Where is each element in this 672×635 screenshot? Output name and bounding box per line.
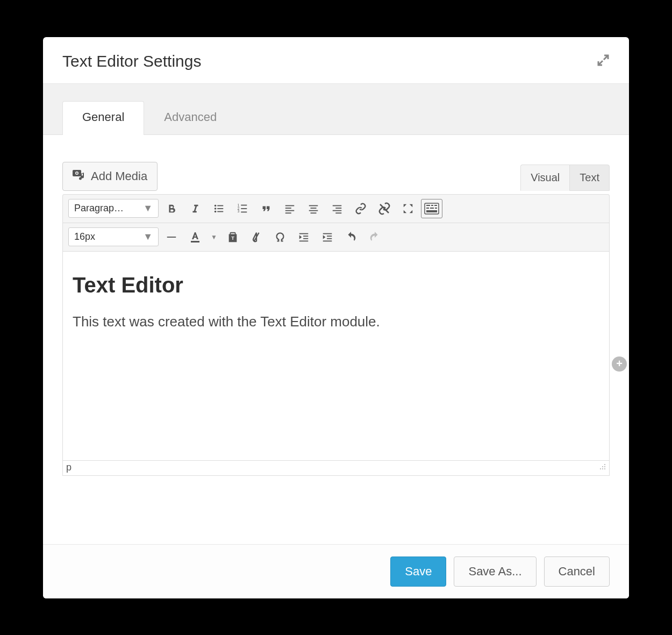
tab-general[interactable]: General [62,101,144,135]
svg-point-50 [602,468,603,469]
add-media-button[interactable]: Add Media [62,162,158,191]
status-bar-path: p [66,462,72,473]
blockquote-button[interactable] [255,199,277,218]
align-left-button[interactable] [279,199,301,218]
clear-format-button[interactable] [246,227,267,247]
resize-grip-icon[interactable] [599,463,606,472]
expand-icon[interactable] [597,54,610,69]
svg-rect-14 [241,211,247,212]
unlink-button[interactable] [374,199,395,218]
svg-rect-36 [191,241,199,242]
editor-status-bar: p [62,461,610,476]
align-center-button[interactable] [303,199,324,218]
svg-rect-8 [217,211,223,212]
special-char-button[interactable] [269,227,291,247]
settings-tabs: General Advanced [43,84,629,135]
editor-toolbar-1: Paragrap… ▼ 123 [62,194,610,223]
svg-rect-12 [241,208,247,209]
svg-point-2 [76,172,78,174]
svg-rect-26 [335,212,341,213]
svg-rect-15 [285,205,295,206]
svg-rect-21 [309,210,318,211]
undo-button[interactable] [340,227,362,247]
svg-rect-43 [327,236,332,237]
svg-text:T: T [231,235,234,240]
editor-mode-tabs: Visual Text [520,165,610,191]
svg-rect-17 [285,210,295,211]
editor-tab-visual[interactable]: Visual [520,165,569,191]
media-row: Add Media Visual Text [62,162,610,191]
text-color-caret[interactable]: ▼ [208,227,220,247]
toolbar-toggle-button[interactable] [421,199,442,218]
horizontal-rule-button[interactable] [161,227,182,247]
svg-rect-45 [323,240,332,241]
svg-rect-4 [217,205,223,206]
svg-rect-31 [426,208,429,209]
svg-rect-41 [299,240,309,241]
svg-rect-38 [299,233,309,234]
svg-rect-29 [431,205,433,206]
align-right-button[interactable] [326,199,348,218]
svg-rect-22 [311,212,317,213]
camera-music-icon [73,169,85,184]
fontsize-dropdown-label: 16px [74,231,95,242]
content-paragraph: This text was created with the Text Edit… [73,313,599,330]
svg-point-48 [604,466,605,467]
tab-advanced[interactable]: Advanced [144,101,237,135]
modal-footer: Save Save As... Cancel [43,544,629,598]
svg-rect-16 [285,208,291,209]
format-dropdown-label: Paragrap… [74,203,124,214]
svg-rect-10 [241,204,247,205]
svg-rect-25 [333,210,342,211]
chevron-down-icon: ▼ [211,233,217,241]
svg-text:3: 3 [238,209,240,213]
svg-rect-35 [167,237,176,238]
svg-rect-18 [285,212,291,213]
settings-modal: Text Editor Settings General Advanced Ad… [43,37,629,598]
chevron-down-icon: ▼ [143,231,153,242]
svg-rect-6 [217,208,223,209]
svg-rect-44 [327,238,332,239]
svg-rect-23 [333,205,342,206]
svg-point-7 [215,210,217,212]
svg-point-46 [604,464,605,465]
bold-button[interactable] [161,199,182,218]
svg-point-47 [602,466,603,467]
link-button[interactable] [350,199,371,218]
save-button[interactable]: Save [390,556,446,587]
format-dropdown[interactable]: Paragrap… ▼ [68,199,159,218]
outdent-button[interactable] [293,227,314,247]
plus-icon: + [616,358,623,370]
modal-title: Text Editor Settings [62,52,201,70]
svg-point-5 [215,208,217,210]
fontsize-dropdown[interactable]: 16px ▼ [68,227,159,246]
svg-point-49 [600,468,601,469]
fullscreen-button[interactable] [397,199,419,218]
svg-rect-40 [303,238,308,239]
svg-rect-33 [435,208,437,209]
numbered-list-button[interactable]: 123 [232,199,253,218]
indent-button[interactable] [317,227,338,247]
bullet-list-button[interactable] [208,199,230,218]
svg-point-51 [604,468,605,469]
paste-text-button[interactable]: T [222,227,244,247]
add-module-button[interactable]: + [612,356,627,372]
svg-rect-34 [426,210,437,212]
redo-button[interactable] [364,227,385,247]
text-color-button[interactable] [184,227,206,247]
svg-rect-32 [430,208,434,209]
svg-rect-20 [311,208,317,209]
svg-rect-28 [426,205,430,206]
editor-content-area[interactable]: Text Editor This text was created with t… [62,251,610,461]
svg-rect-24 [335,208,341,209]
svg-rect-19 [309,205,318,206]
svg-rect-30 [434,205,437,206]
italic-button[interactable] [184,199,206,218]
modal-header: Text Editor Settings [43,37,629,84]
add-media-label: Add Media [91,169,147,183]
svg-point-3 [215,204,217,206]
editor-tab-text[interactable]: Text [569,165,610,191]
save-as-button[interactable]: Save As... [454,556,536,587]
cancel-button[interactable]: Cancel [544,556,610,587]
content-heading: Text Editor [73,273,599,297]
